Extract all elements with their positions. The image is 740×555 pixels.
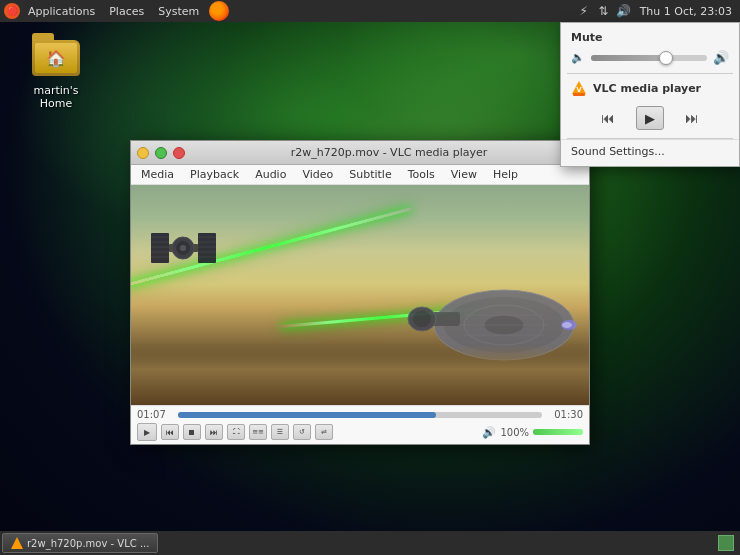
vlc-volume-bar[interactable] <box>533 429 583 435</box>
vlc-volume-pct: 100% <box>500 427 529 438</box>
sound-slider-thumb[interactable] <box>659 51 673 65</box>
home-icon-label: martin's Home <box>20 84 92 110</box>
vlc-loop-button[interactable]: ↺ <box>293 424 311 440</box>
vlc-menubar: Media Playback Audio Video Subtitle Tool… <box>131 165 589 185</box>
sound-settings-link[interactable]: Sound Settings... <box>571 145 665 158</box>
bluetooth-icon[interactable]: ⚡ <box>576 3 592 19</box>
vlc-logo-icon: V <box>571 80 587 96</box>
vlc-controls: 01:07 01:30 ▶ ⏮ ⏹ ⏭ ⛶ ≡≡ ☰ ↺ ⇌ 🔊 100% <box>131 405 589 444</box>
vlc-extended-button[interactable]: ≡≡ <box>249 424 267 440</box>
taskbar-corner-button[interactable] <box>718 535 734 551</box>
volume-max-icon: 🔊 <box>713 50 729 65</box>
vlc-menu-media[interactable]: Media <box>133 166 182 183</box>
system-menu[interactable]: System <box>152 3 205 20</box>
vlc-title: r2w_h720p.mov - VLC media player <box>195 146 583 159</box>
sound-icon[interactable]: 🔊 <box>616 3 632 19</box>
sound-media-controls: ⏮ ▶ ⏭ <box>561 102 739 138</box>
sound-prev-button[interactable]: ⏮ <box>596 108 620 128</box>
mute-label: Mute <box>571 31 603 44</box>
sound-slider-fill <box>591 55 666 61</box>
vlc-playlist-button[interactable]: ☰ <box>271 424 289 440</box>
vlc-buttons-row: ▶ ⏮ ⏹ ⏭ ⛶ ≡≡ ☰ ↺ ⇌ 🔊 100% <box>137 423 583 441</box>
sound-play-button[interactable]: ▶ <box>636 106 664 130</box>
ubuntu-logo[interactable]: 🔴 <box>4 3 20 19</box>
taskbar-vlc-icon <box>11 537 23 549</box>
home-folder-icon[interactable]: 🏠 martin's Home <box>20 32 92 110</box>
terrain <box>131 345 589 405</box>
volume-min-icon: 🔈 <box>571 51 585 64</box>
vlc-fullscreen-button[interactable]: ⛶ <box>227 424 245 440</box>
close-button[interactable] <box>173 147 185 159</box>
vlc-prev-button[interactable]: ⏮ <box>161 424 179 440</box>
panel-clock[interactable]: Thu 1 Oct, 23:03 <box>636 5 736 18</box>
minimize-button[interactable] <box>137 147 149 159</box>
vlc-menu-view[interactable]: View <box>443 166 485 183</box>
top-panel: 🔴 Applications Places System ⚡ ⇅ 🔊 Thu 1… <box>0 0 740 22</box>
vlc-titlebar: r2w_h720p.mov - VLC media player <box>131 141 589 165</box>
vlc-shuffle-button[interactable]: ⇌ <box>315 424 333 440</box>
sound-slider-track[interactable] <box>591 55 707 61</box>
vlc-volume-fill <box>533 429 583 435</box>
vlc-menu-subtitle[interactable]: Subtitle <box>341 166 399 183</box>
vlc-time-current: 01:07 <box>137 409 172 420</box>
places-menu[interactable]: Places <box>103 3 150 20</box>
desktop: 🔴 Applications Places System ⚡ ⇅ 🔊 Thu 1… <box>0 0 740 555</box>
vlc-stop-button[interactable]: ⏹ <box>183 424 201 440</box>
network-icon[interactable]: ⇅ <box>596 3 612 19</box>
applications-menu[interactable]: Applications <box>22 3 101 20</box>
panel-right: ⚡ ⇅ 🔊 Thu 1 Oct, 23:03 <box>576 3 740 19</box>
taskbar-vlc-item[interactable]: r2w_h720p.mov - VLC ... <box>2 533 158 553</box>
vlc-time-total: 01:30 <box>548 409 583 420</box>
sound-app-label: VLC media player <box>593 82 701 95</box>
vlc-volume-area: 🔊 100% <box>482 426 583 439</box>
taskbar: r2w_h720p.mov - VLC ... <box>0 531 740 555</box>
vlc-window: r2w_h720p.mov - VLC media player Media P… <box>130 140 590 445</box>
taskbar-right <box>718 535 738 551</box>
panel-left: 🔴 Applications Places System <box>0 1 229 21</box>
vlc-video-area[interactable] <box>131 185 589 405</box>
maximize-button[interactable] <box>155 147 167 159</box>
vlc-menu-audio[interactable]: Audio <box>247 166 294 183</box>
progress-bar-container: 01:07 01:30 <box>137 409 583 420</box>
vlc-play-button[interactable]: ▶ <box>137 423 157 441</box>
volume-icon: 🔊 <box>482 426 496 439</box>
sound-app-row: V VLC media player <box>561 74 739 102</box>
vlc-menu-help[interactable]: Help <box>485 166 526 183</box>
vlc-progress-track[interactable] <box>178 412 542 418</box>
vlc-menu-tools[interactable]: Tools <box>400 166 443 183</box>
taskbar-item-label: r2w_h720p.mov - VLC ... <box>27 538 149 549</box>
tie-fighter <box>151 225 216 283</box>
vlc-next-button[interactable]: ⏭ <box>205 424 223 440</box>
sound-popup: Mute 🔈 🔊 V VLC media player ⏮ ▶ <box>560 22 740 167</box>
folder-icon-img: 🏠 <box>32 32 80 80</box>
sound-slider-row: 🔈 🔊 <box>561 48 739 73</box>
firefox-icon[interactable] <box>209 1 229 21</box>
vlc-progress-fill <box>178 412 436 418</box>
sound-settings-row: Sound Settings... <box>561 139 739 166</box>
vlc-menu-video[interactable]: Video <box>294 166 341 183</box>
vlc-menu-playback[interactable]: Playback <box>182 166 247 183</box>
svg-point-25 <box>562 322 572 328</box>
svg-text:V: V <box>576 86 582 94</box>
svg-point-23 <box>413 311 431 327</box>
svg-point-16 <box>180 245 186 251</box>
sound-mute-row: Mute <box>561 23 739 48</box>
sound-next-button[interactable]: ⏭ <box>680 108 704 128</box>
